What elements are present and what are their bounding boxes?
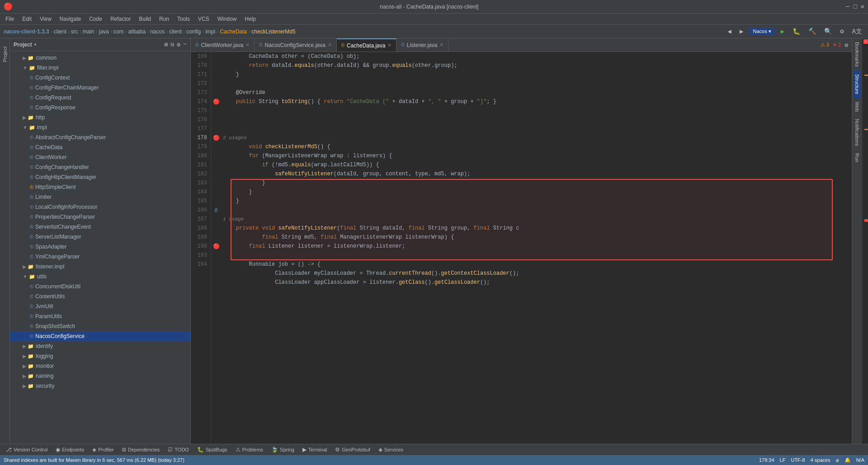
tree-item-ConfigHttpClientManager[interactable]: © ConfigHttpClientManager	[10, 172, 190, 182]
tree-item-ConfigContext[interactable]: © ConfigContext	[10, 73, 190, 83]
project-panel-button[interactable]: Project	[1, 43, 9, 66]
tree-item-ContentUtils[interactable]: © ContentUtils	[10, 291, 190, 301]
tree-item-impl[interactable]: ▼ 📁 impl	[10, 122, 190, 132]
menu-refactor[interactable]: Refactor	[107, 15, 134, 23]
bottom-tab-problems[interactable]: ⚠ Problems	[232, 445, 267, 455]
tree-item-SnapShotSwitch[interactable]: © SnapShotSwitch	[10, 321, 190, 331]
run-panel-button[interactable]: Run	[854, 150, 861, 166]
tree-item-security[interactable]: ▶ 📁 security	[10, 381, 190, 391]
tree-item-YmlChangeParser[interactable]: © YmlChangeParser	[10, 252, 190, 262]
tree-item-http[interactable]: ▶ 📁 http	[10, 113, 190, 122]
minimize-button[interactable]: ─	[846, 3, 849, 10]
menu-window[interactable]: Window	[214, 15, 241, 23]
tree-item-identify[interactable]: ▶ 📁 identify	[10, 341, 190, 351]
bottom-tab-version-control[interactable]: ⎇ Version Control	[2, 445, 51, 455]
tab-settings-icon[interactable]: ⚙	[844, 42, 848, 49]
menu-code[interactable]: Code	[85, 15, 106, 23]
window-controls[interactable]: ─ □ ✕	[846, 3, 864, 10]
tree-item-CacheData[interactable]: © CacheData	[10, 142, 190, 152]
menu-vcs[interactable]: VCS	[194, 15, 213, 23]
status-bar: Shared indexes are built for Maven libra…	[0, 455, 868, 465]
terminal-icon: ▶	[302, 446, 307, 453]
menu-build[interactable]: Build	[135, 15, 155, 23]
bottom-tab-spring[interactable]: 🍃 Spring	[268, 445, 298, 455]
tab-close-ClientWorker[interactable]: ✕	[245, 42, 250, 48]
tree-item-filter-impl[interactable]: ▼ 📁 filter.impl	[10, 63, 190, 73]
debug-button[interactable]: 🐛	[790, 27, 802, 36]
tree-item-HttpSimpleClient[interactable]: © HttpSimpleClient	[10, 182, 190, 192]
gutter-mark-183	[211, 178, 221, 188]
code-editor[interactable]: 169 170 171 172 173 174 175 176 177 178 …	[191, 52, 852, 444]
tree-item-ServerListManager[interactable]: © ServerListManager	[10, 232, 190, 242]
tree-item-ConcurrentDiskUtil[interactable]: © ConcurrentDiskUtil	[10, 282, 190, 291]
tree-item-logging[interactable]: ▶ 📁 logging	[10, 351, 190, 361]
folder-icon: ▶ 📁	[23, 115, 34, 121]
tree-item-common[interactable]: ▶ 📁 common	[10, 53, 190, 63]
line-ending: LF	[780, 457, 786, 463]
spring-icon: 🍃	[271, 446, 278, 453]
app-logo-icon: 🔴	[4, 2, 13, 11]
tree-item-ConfigFilterChainManager[interactable]: © ConfigFilterChainManager	[10, 83, 190, 93]
menu-tools[interactable]: Tools	[174, 15, 193, 23]
menu-file[interactable]: File	[2, 15, 18, 23]
bottom-tab-spotbugs[interactable]: 🐛 SpotBugs	[193, 445, 231, 455]
menu-run[interactable]: Run	[156, 15, 173, 23]
nav-back-button[interactable]: ◀	[726, 27, 734, 36]
run-button[interactable]: ▶	[778, 27, 787, 36]
tree-item-ClientWorker[interactable]: © ClientWorker	[10, 152, 190, 162]
tree-item-AbstractConfigChangeParser[interactable]: © AbstractConfigChangeParser	[10, 132, 190, 142]
sidebar-hide-icon[interactable]: −	[183, 41, 187, 48]
tab-ClientWorker[interactable]: © ClientWorker.java ✕	[191, 38, 255, 52]
menu-help[interactable]: Help	[241, 15, 259, 23]
web-button[interactable]: Web	[854, 98, 861, 115]
bottom-tab-services[interactable]: ◈ Services	[375, 445, 407, 455]
translate-button[interactable]: A文	[850, 27, 864, 37]
tree-item-ConfigRequest[interactable]: © ConfigRequest	[10, 93, 190, 103]
tree-item-utils[interactable]: ▼ 📁 utils	[10, 272, 190, 282]
sidebar-collapse-icon[interactable]: ⊟	[171, 41, 175, 48]
settings-button[interactable]: ⚙	[838, 27, 846, 36]
sidebar-expand-icon[interactable]: ⊞	[165, 41, 168, 48]
nav-forward-button[interactable]: ▶	[737, 27, 745, 36]
close-button[interactable]: ✕	[861, 3, 864, 10]
tree-item-ParamUtils[interactable]: © ParamUtils	[10, 311, 190, 321]
tab-close-CacheData[interactable]: ✕	[387, 42, 392, 48]
tree-item-naming[interactable]: ▶ 📁 naming	[10, 371, 190, 381]
tab-Listener[interactable]: © Listener.java ✕	[396, 38, 448, 52]
notifications-button[interactable]: Notifications	[854, 115, 861, 150]
tab-NacosConfigService[interactable]: © NacosConfigService.java ✕	[255, 38, 336, 52]
sidebar-settings-icon[interactable]: ⚙	[177, 41, 180, 48]
bookmarks-button[interactable]: Bookmarks	[854, 38, 861, 70]
tree-item-monitor[interactable]: ▶ 📁 monitor	[10, 361, 190, 371]
tree-item-ConfigChangeHandler[interactable]: © ConfigChangeHandler	[10, 162, 190, 172]
tree-item-NacosConfigService[interactable]: © NacosConfigService	[10, 331, 190, 341]
bottom-tab-terminal[interactable]: ▶ Terminal	[299, 445, 331, 455]
tab-close-Listener[interactable]: ✕	[439, 42, 443, 48]
search-button[interactable]: 🔍	[822, 27, 834, 36]
menu-view[interactable]: View	[36, 15, 55, 23]
nacos-button[interactable]: Nacos ▾	[749, 28, 774, 35]
bottom-tab-genprotobuf[interactable]: ⚙ GenProtobuf	[331, 445, 373, 455]
tab-CacheData[interactable]: © CacheData.java ✕	[337, 38, 397, 52]
spotbugs-icon: 🐛	[197, 446, 204, 453]
build-button[interactable]: 🔨	[806, 27, 818, 36]
bottom-tab-dependencies[interactable]: ⧉ Dependencies	[118, 445, 163, 455]
tree-item-JvmUtil[interactable]: © JvmUtil	[10, 301, 190, 311]
tree-item-ServerlistChangeEvent[interactable]: © ServerlistChangeEvent	[10, 222, 190, 232]
tree-item-listener-impl[interactable]: ▶ 📁 listener.impl	[10, 262, 190, 272]
bottom-tab-todo[interactable]: ☑ TODO	[164, 445, 193, 455]
code-lines[interactable]: CacheData other = (CacheData) obj; retur…	[221, 52, 852, 444]
bottom-tab-endpoints[interactable]: ◉ Endpoints	[52, 445, 88, 455]
sidebar-dropdown-icon[interactable]: ▾	[34, 42, 37, 47]
structure-button[interactable]: Structure	[854, 70, 861, 98]
tab-close-NacosConfigService[interactable]: ✕	[328, 42, 332, 48]
menu-navigate[interactable]: Navigate	[56, 15, 85, 23]
tree-item-SpasAdapter[interactable]: © SpasAdapter	[10, 242, 190, 252]
tree-item-ConfigResponse[interactable]: © ConfigResponse	[10, 103, 190, 113]
maximize-button[interactable]: □	[853, 3, 857, 10]
tree-item-LocalConfigInfoProcessor[interactable]: © LocalConfigInfoProcessor	[10, 202, 190, 212]
tree-item-Limiter[interactable]: © Limiter	[10, 192, 190, 202]
bottom-tab-profiler[interactable]: ◈ Profiler	[89, 445, 118, 455]
menu-edit[interactable]: Edit	[19, 15, 35, 23]
tree-item-PropertiesChangeParser[interactable]: © PropertiesChangeParser	[10, 212, 190, 222]
